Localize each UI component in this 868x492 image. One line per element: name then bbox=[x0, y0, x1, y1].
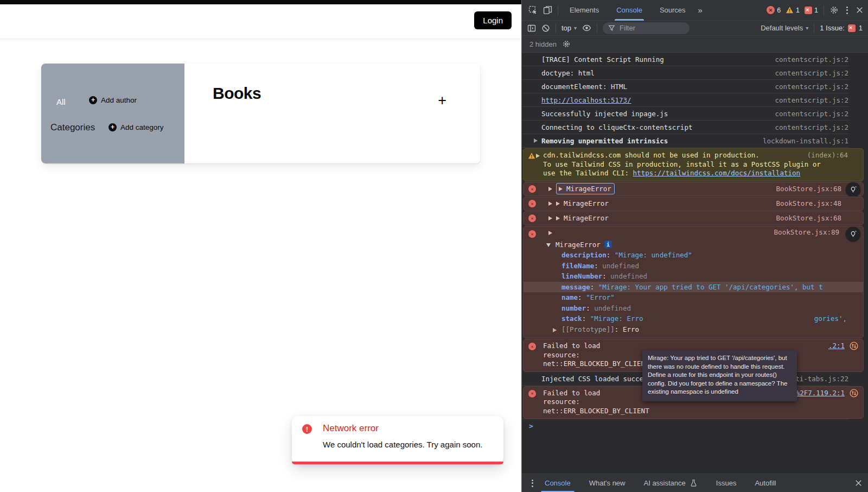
property-value: "Mirage: Erro bbox=[590, 314, 643, 323]
toast-message: We couldn't load categories. Try again s… bbox=[323, 440, 482, 449]
inspect-element-icon[interactable] bbox=[528, 5, 538, 15]
source-link[interactable]: contentscript.js:2 bbox=[775, 53, 848, 66]
info-badge-icon[interactable]: i bbox=[604, 241, 612, 248]
network-request-icon[interactable] bbox=[849, 388, 859, 398]
log-levels-selector[interactable]: Default levels ▾ bbox=[761, 24, 808, 32]
error-object-name-row[interactable]: MirageErrori bbox=[524, 239, 863, 250]
warning-message: cdn.tailwindcss.com should not be used i… bbox=[523, 148, 864, 181]
more-options-icon[interactable] bbox=[844, 4, 850, 16]
collapse-caret-icon bbox=[546, 243, 551, 247]
source-link[interactable]: lockdown-install.js:1 bbox=[763, 134, 848, 148]
drawer-tab-whats-new[interactable]: What's new bbox=[580, 474, 635, 492]
eye-icon[interactable] bbox=[582, 23, 591, 33]
property-value-tail: gories', bbox=[814, 313, 847, 324]
expand-caret-icon[interactable] bbox=[534, 138, 538, 143]
context-selector[interactable]: top ▾ bbox=[561, 24, 577, 32]
source-link[interactable]: contentscript.js:2 bbox=[775, 107, 848, 121]
source-link[interactable]: contentscript.js:2 bbox=[775, 93, 848, 107]
source-link[interactable]: contentscript.js:2 bbox=[775, 121, 848, 134]
tab-sources[interactable]: Sources bbox=[654, 0, 692, 21]
close-drawer-icon[interactable] bbox=[854, 479, 863, 487]
source-link[interactable]: BookStore.jsx:48 bbox=[776, 197, 841, 210]
add-category-label: Add category bbox=[120, 123, 164, 131]
expand-caret-icon[interactable] bbox=[556, 201, 560, 206]
login-button[interactable]: Login bbox=[474, 11, 512, 29]
status-badges: 6 1 1 bbox=[767, 6, 818, 14]
issue-icon bbox=[805, 7, 812, 14]
resource-link[interactable]: .2:1 bbox=[828, 342, 845, 351]
tab-console[interactable]: Console bbox=[610, 0, 648, 21]
drawer-tab-issues[interactable]: Issues bbox=[707, 474, 746, 492]
log-text: documentElement: HTML bbox=[541, 83, 627, 91]
source-link[interactable]: (index):64 bbox=[807, 151, 848, 160]
drawer-tab-autofill[interactable]: Autofill bbox=[745, 474, 785, 492]
drawer-tab-label: Autofill bbox=[755, 474, 776, 492]
device-toolbar-icon[interactable] bbox=[543, 5, 552, 15]
drawer-tab-console[interactable]: Console bbox=[535, 474, 580, 492]
expand-caret-icon[interactable] bbox=[536, 154, 540, 158]
source-link[interactable]: BookStore.jsx:68 bbox=[776, 212, 841, 225]
warning-triangle-icon bbox=[528, 152, 535, 160]
categories-sidebar: All Add author Categories Add category bbox=[41, 64, 184, 163]
more-tabs-icon[interactable]: » bbox=[697, 5, 704, 15]
divider bbox=[814, 23, 814, 33]
add-author-label: Add author bbox=[101, 96, 137, 104]
error-circle-icon bbox=[767, 6, 775, 14]
filter-all-item[interactable]: All bbox=[56, 97, 66, 106]
issues-counter[interactable]: 1 Issue: 1 bbox=[820, 24, 863, 32]
warning-count-badge[interactable]: 1 bbox=[786, 6, 800, 14]
focused-error-object[interactable]: MirageError bbox=[556, 183, 615, 194]
settings-gear-icon[interactable] bbox=[562, 40, 571, 48]
expand-caret-icon[interactable] bbox=[548, 187, 552, 191]
filter-input[interactable] bbox=[618, 23, 678, 33]
error-object-name: MirageError bbox=[556, 241, 601, 249]
tab-elements[interactable]: Elements bbox=[564, 0, 605, 21]
property-key: stack bbox=[561, 314, 582, 323]
console-prompt[interactable]: > bbox=[522, 419, 868, 432]
error-count-badge[interactable]: 6 bbox=[767, 6, 781, 14]
property-key: name bbox=[561, 293, 578, 301]
collapse-caret-icon[interactable] bbox=[548, 231, 552, 235]
network-request-icon[interactable] bbox=[849, 341, 859, 351]
chevron-down-icon: ▾ bbox=[806, 25, 808, 31]
error-circle-icon bbox=[528, 343, 536, 350]
filter-box[interactable] bbox=[603, 22, 690, 34]
source-link[interactable]: contentscript.js:2 bbox=[775, 66, 848, 80]
add-category-button[interactable]: Add category bbox=[108, 123, 164, 131]
error-label: MirageError bbox=[566, 184, 611, 194]
drawer-menu-icon[interactable] bbox=[529, 477, 535, 489]
prompt-chevron-icon: > bbox=[529, 422, 533, 430]
source-link[interactable]: BookStore.jsx:68 bbox=[776, 182, 841, 195]
error-line: net::ERR_BLOCKED_BY_CLIENT bbox=[543, 359, 649, 368]
plus-circle-icon bbox=[108, 123, 117, 131]
object-property-row-highlighted[interactable]: message: "Mirage: Your app tried to GET … bbox=[524, 282, 863, 293]
clear-console-icon[interactable] bbox=[541, 24, 550, 33]
console-sidebar-toggle-icon[interactable] bbox=[527, 24, 536, 33]
close-devtools-icon[interactable] bbox=[856, 6, 864, 14]
source-link[interactable]: BookStore.jsx:89 bbox=[774, 227, 839, 238]
add-book-button[interactable]: + bbox=[438, 93, 446, 108]
ai-insight-bulb-icon[interactable] bbox=[846, 182, 860, 197]
tailwind-docs-link[interactable]: https://tailwindcss.com/docs/installatio… bbox=[633, 169, 801, 177]
categories-heading: Categories bbox=[50, 122, 95, 133]
drawer-tab-ai-assistance[interactable]: AI assistance bbox=[635, 474, 707, 492]
settings-gear-icon[interactable] bbox=[829, 5, 839, 15]
error-circle-icon bbox=[528, 200, 536, 207]
divider bbox=[597, 23, 597, 33]
issue-count-badge[interactable]: 1 bbox=[805, 7, 818, 14]
top-black-bar bbox=[0, 0, 521, 4]
expand-caret-icon[interactable] bbox=[556, 216, 560, 220]
object-property-row: name: "Error" bbox=[524, 292, 863, 303]
expand-caret-icon[interactable] bbox=[548, 216, 552, 220]
url-link[interactable]: http://localhost:5173/ bbox=[541, 96, 631, 104]
prototype-row[interactable]: [[Prototype]]: Erro bbox=[524, 324, 863, 335]
warning-count: 1 bbox=[796, 7, 800, 14]
property-value: undefined bbox=[602, 262, 639, 270]
console-toolbar: top ▾ Default levels ▾ 1 Issue: 1 bbox=[522, 21, 868, 36]
expand-caret-icon[interactable] bbox=[548, 201, 552, 206]
log-row: [TRACE] Content Script Running contentsc… bbox=[522, 53, 868, 66]
source-link[interactable]: contentscript.js:2 bbox=[775, 80, 848, 93]
add-author-button[interactable]: Add author bbox=[89, 96, 137, 104]
error-circle-icon bbox=[528, 230, 536, 238]
log-row: doctype: html contentscript.js:2 bbox=[522, 66, 868, 80]
